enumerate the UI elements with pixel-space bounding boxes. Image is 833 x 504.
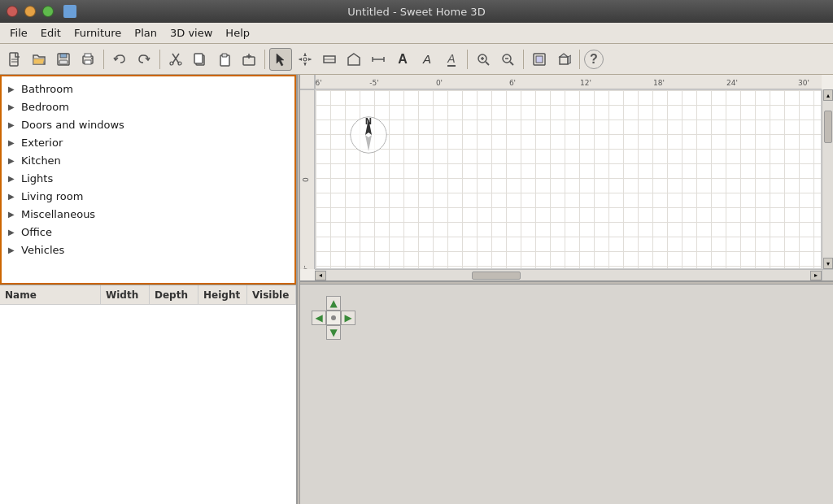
create-room-button[interactable] xyxy=(342,48,365,71)
zoom-in-button[interactable] xyxy=(472,48,495,71)
svg-marker-39 xyxy=(568,55,571,64)
add-button[interactable] xyxy=(238,48,260,71)
menu-edit[interactable]: Edit xyxy=(34,24,68,41)
create-text2-button[interactable]: A xyxy=(416,48,438,71)
menu-plan[interactable]: Plan xyxy=(128,24,164,41)
furniture-tree[interactable]: ▶ Bathroom ▶ Bedroom ▶ Doors and windows… xyxy=(0,75,296,285)
create-dim-button[interactable] xyxy=(367,48,390,71)
zoom-out-button[interactable] xyxy=(496,48,519,71)
tree-arrow-lights: ▶ xyxy=(8,174,20,183)
redo-button[interactable] xyxy=(133,48,155,71)
create-text-button[interactable]: A xyxy=(391,48,414,71)
scroll-left-button[interactable]: ◂ xyxy=(315,271,326,280)
ruler-mark-12: 12' xyxy=(580,79,591,87)
help-icon: ? xyxy=(590,52,598,67)
scroll-right-button[interactable]: ▸ xyxy=(810,271,822,280)
col-depth-label: Depth xyxy=(155,289,188,301)
tree-item-lights[interactable]: ▶ Lights xyxy=(2,169,294,187)
top-view-button[interactable] xyxy=(528,48,551,71)
menu-file[interactable]: File xyxy=(3,24,34,41)
cut-button[interactable] xyxy=(164,48,187,71)
scroll-down-button[interactable]: ▾ xyxy=(823,258,833,269)
svg-marker-38 xyxy=(560,54,568,57)
h-scrollbar-thumb[interactable] xyxy=(472,272,521,280)
close-button[interactable] xyxy=(7,6,18,17)
svg-rect-15 xyxy=(194,54,203,63)
tree-item-bedroom[interactable]: ▶ Bedroom xyxy=(2,98,294,115)
menu-help[interactable]: Help xyxy=(219,24,256,41)
new-button[interactable] xyxy=(3,48,26,71)
compass-rose: N xyxy=(348,115,389,155)
maximize-button[interactable] xyxy=(42,6,54,17)
print-button[interactable] xyxy=(76,48,99,71)
3d-view-button[interactable] xyxy=(552,48,575,71)
col-width-label: Width xyxy=(106,289,138,301)
pan-center-dot xyxy=(331,315,336,320)
create-wall-button[interactable] xyxy=(318,48,341,71)
tree-item-kitchen[interactable]: ▶ Kitchen xyxy=(2,151,294,169)
right-panel: -6' -5' 0' 6' 12' 18' 24' 30' 0 -6 xyxy=(300,75,833,504)
separator-4 xyxy=(467,50,468,69)
tree-item-office[interactable]: ▶ Office xyxy=(2,223,294,241)
h-scrollbar[interactable]: ◂ ▸ xyxy=(315,269,822,280)
left-panel: ▶ Bathroom ▶ Bedroom ▶ Doors and windows… xyxy=(0,75,297,504)
toolbar: A A A ? xyxy=(0,44,833,75)
col-visible[interactable]: Visible xyxy=(247,285,296,304)
floorplan-canvas[interactable]: N xyxy=(315,89,822,269)
tree-label-living: Living room xyxy=(21,190,83,202)
text-icon: A xyxy=(398,52,408,67)
separator-2 xyxy=(159,50,160,69)
tree-item-vehicles[interactable]: ▶ Vehicles xyxy=(2,241,294,259)
pan-up-button[interactable]: ▲ xyxy=(326,296,341,311)
pan-down-button[interactable]: ▼ xyxy=(326,325,341,340)
ruler-mark-24: 24' xyxy=(726,79,738,87)
tree-label-misc: Miscellaneous xyxy=(21,208,95,220)
col-name[interactable]: Name xyxy=(0,285,101,304)
tree-label-exterior: Exterior xyxy=(21,137,63,149)
tree-item-exterior[interactable]: ▶ Exterior xyxy=(2,133,294,151)
select-button[interactable] xyxy=(269,48,292,71)
tree-item-doors-windows[interactable]: ▶ Doors and windows xyxy=(2,115,294,133)
tree-item-living-room[interactable]: ▶ Living room xyxy=(2,187,294,205)
col-height[interactable]: Height xyxy=(198,285,247,304)
copy-button[interactable] xyxy=(189,48,212,71)
up-arrow-icon: ▲ xyxy=(329,298,337,309)
create-text3-button[interactable]: A xyxy=(440,48,463,71)
scroll-up-button[interactable]: ▴ xyxy=(823,89,833,101)
v-scrollbar-thumb[interactable] xyxy=(824,111,832,143)
separator-5 xyxy=(523,50,524,69)
v-scrollbar[interactable]: ▴ ▾ xyxy=(822,89,833,269)
col-width[interactable]: Width xyxy=(101,285,150,304)
tree-item-bathroom[interactable]: ▶ Bathroom xyxy=(2,80,294,98)
col-depth[interactable]: Depth xyxy=(150,285,198,304)
save-button[interactable] xyxy=(52,48,75,71)
grid-background: N xyxy=(316,90,821,268)
svg-rect-17 xyxy=(222,54,227,57)
col-name-label: Name xyxy=(5,289,37,301)
open-button[interactable] xyxy=(28,48,50,71)
menu-3dview[interactable]: 3D view xyxy=(164,24,219,41)
property-table-body[interactable] xyxy=(0,305,296,504)
svg-rect-8 xyxy=(85,54,91,57)
pan-center-button[interactable] xyxy=(326,311,341,325)
pan-control: ▲ ◀ ▶ ▼ xyxy=(312,296,355,340)
ruler-corner xyxy=(300,75,315,89)
3d-view[interactable]: ▲ ◀ ▶ ▼ xyxy=(300,285,833,504)
tree-label-bathroom: Bathroom xyxy=(21,83,73,95)
undo-button[interactable] xyxy=(108,48,131,71)
tree-arrow-doors: ▶ xyxy=(8,120,20,129)
menu-furniture[interactable]: Furniture xyxy=(68,24,128,41)
pan-right-button[interactable]: ▶ xyxy=(341,311,355,325)
tree-arrow-vehicles: ▶ xyxy=(8,245,20,254)
help-button[interactable]: ? xyxy=(584,50,604,69)
label-icon: A xyxy=(447,52,455,67)
tree-label-kitchen: Kitchen xyxy=(21,154,61,167)
pan-left-button[interactable]: ◀ xyxy=(312,311,326,325)
left-arrow-icon: ◀ xyxy=(315,312,322,324)
minimize-button[interactable] xyxy=(24,6,36,17)
paste-button[interactable] xyxy=(213,48,236,71)
ruler-left: 0 -6 xyxy=(300,89,315,269)
floorplan-area[interactable]: -6' -5' 0' 6' 12' 18' 24' 30' 0 -6 xyxy=(300,75,833,281)
tree-item-miscellaneous[interactable]: ▶ Miscellaneous xyxy=(2,205,294,223)
pan-button[interactable] xyxy=(294,48,316,71)
